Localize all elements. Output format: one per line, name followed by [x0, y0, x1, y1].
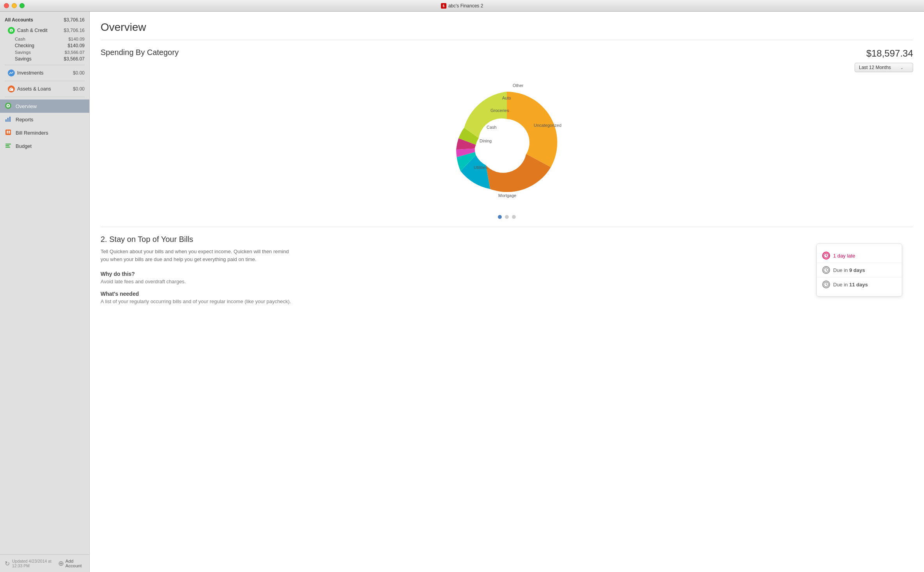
- spending-total: $18,597.34: [866, 48, 913, 59]
- divider-3: [5, 97, 85, 97]
- nav-overview-label: Overview: [16, 103, 37, 109]
- svg-text:$: $: [11, 29, 12, 32]
- sidebar-footer: ↻ Updated 4/23/2014 at 12:33 PM ⊕ Add Ac…: [0, 554, 89, 572]
- page-title: Overview: [101, 21, 913, 34]
- add-account-button[interactable]: ⊕ Add Account: [58, 559, 85, 568]
- label-auto: Auto: [502, 96, 511, 100]
- nav-overview[interactable]: Overview: [0, 99, 89, 113]
- bill-11days-text: Due in 11 days: [833, 282, 868, 288]
- label-dining: Dining: [480, 139, 492, 143]
- assets-loans-amount: $0.00: [73, 86, 85, 92]
- checking-account[interactable]: Checking $140.09: [0, 42, 89, 49]
- pagination-dot-2[interactable]: [505, 215, 509, 219]
- time-range-dropdown[interactable]: Last 12 Months ⌄: [855, 63, 913, 72]
- why-title: Why do this?: [101, 271, 812, 277]
- spending-chart: Other Auto Groceries Cash Dining Utiliti…: [101, 76, 913, 209]
- cash-credit-icon: $: [8, 27, 15, 34]
- overview-icon: [5, 102, 12, 110]
- pagination-dot-1[interactable]: [498, 215, 502, 219]
- chevron-down-icon: ⌄: [900, 66, 903, 70]
- svg-line-31: [826, 284, 827, 285]
- minimize-button[interactable]: [12, 3, 17, 8]
- nav-budget[interactable]: Budget: [0, 139, 89, 153]
- investments-label: Investments: [17, 70, 43, 76]
- soon-clock-icon-1: [822, 266, 830, 274]
- nav-reports[interactable]: Reports: [0, 113, 89, 126]
- label-cash: Cash: [487, 125, 497, 130]
- what-title: What's needed: [101, 291, 812, 297]
- svg-rect-12: [9, 131, 10, 132]
- close-button[interactable]: [4, 3, 9, 8]
- svg-rect-7: [5, 119, 7, 122]
- svg-rect-9: [9, 117, 11, 122]
- bills-title: 2. Stay on Top of Your Bills: [101, 235, 913, 244]
- nav-bill-reminders-label: Bill Reminders: [16, 130, 48, 136]
- sidebar: All Accounts $3,706.16 $ Cash & Credit $…: [0, 12, 90, 572]
- spending-section: Spending By Category $18,597.34 Last 12 …: [101, 48, 913, 219]
- pagination-dot-3[interactable]: [512, 215, 516, 219]
- svg-rect-14: [9, 132, 10, 133]
- bill-reminders-icon: [5, 129, 12, 137]
- spending-title: Spending By Category: [101, 48, 179, 57]
- divider-1: [5, 65, 85, 65]
- title-divider: [101, 40, 913, 40]
- investments-amount: $0.00: [73, 70, 85, 76]
- svg-line-28: [826, 270, 827, 271]
- updated-text: Updated 4/23/2014 at 12:33 PM: [12, 559, 58, 568]
- add-account-label: Add Account: [65, 559, 85, 568]
- time-range-value: Last 12 Months: [859, 65, 891, 70]
- label-mortgage: Mortgage: [498, 193, 516, 198]
- label-uncategorized: Uncategorized: [534, 123, 561, 128]
- svg-rect-17: [5, 147, 10, 148]
- savings-account[interactable]: Savings $3,566.07: [0, 55, 89, 62]
- cash-credit-amount: $3,706.16: [64, 28, 85, 33]
- svg-rect-16: [5, 145, 9, 146]
- svg-rect-2: [9, 89, 13, 91]
- bill-item-9days: Due in 9 days: [817, 263, 902, 277]
- bill-item-11days: Due in 11 days: [817, 277, 902, 291]
- assets-loans-header[interactable]: Assets & Loans $0.00: [0, 83, 89, 94]
- soon-clock-icon-2: [822, 281, 830, 288]
- svg-rect-8: [7, 118, 9, 122]
- what-desc: A list of your regularly occurring bills…: [101, 298, 812, 304]
- cash-credit-label: Cash & Credit: [17, 28, 48, 33]
- chart-pagination: [101, 215, 913, 219]
- label-groceries: Groceries: [490, 108, 509, 113]
- bill-late-text: 1 day late: [833, 253, 855, 259]
- add-icon: ⊕: [58, 559, 64, 568]
- investments-header[interactable]: Investments $0.00: [0, 68, 89, 78]
- svg-rect-10: [5, 130, 11, 135]
- late-clock-icon: [822, 252, 830, 259]
- bill-item-late: 1 day late: [817, 249, 902, 263]
- budget-icon: [5, 142, 12, 150]
- bills-section: 2. Stay on Top of Your Bills Tell Quicke…: [101, 235, 913, 304]
- svg-point-3: [10, 89, 11, 90]
- label-other: Other: [513, 83, 524, 88]
- section-divider-2: [101, 227, 913, 227]
- reports-icon: [5, 115, 12, 123]
- cash-sub-label: Cash $140.09: [0, 36, 89, 42]
- svg-point-6: [7, 105, 9, 107]
- maximize-button[interactable]: [19, 3, 25, 8]
- nav-bill-reminders[interactable]: Bill Reminders: [0, 126, 89, 139]
- savings-sub-label: Savings $3,566.07: [0, 49, 89, 55]
- nav-budget-label: Budget: [16, 143, 32, 149]
- all-accounts-label: All Accounts: [5, 17, 33, 23]
- titlebar: abc's Finances 2: [0, 0, 924, 12]
- svg-rect-15: [5, 144, 11, 145]
- bills-description: Tell Quicken about your bills and when y…: [101, 248, 296, 263]
- svg-line-25: [826, 256, 827, 256]
- nav-reports-label: Reports: [16, 117, 34, 123]
- bill-9days-text: Due in 9 days: [833, 267, 865, 273]
- app-icon: [441, 3, 446, 9]
- window-controls: [4, 3, 25, 8]
- main-content: Overview Spending By Category $18,597.34…: [90, 12, 924, 572]
- cash-credit-section: $ Cash & Credit $3,706.16 Cash $140.09 C…: [0, 25, 89, 62]
- all-accounts-amount: $3,706.16: [64, 17, 85, 23]
- label-utilities: Utilities: [474, 165, 487, 170]
- bills-reminder-panel: 1 day late Due in 9 days: [816, 243, 902, 297]
- all-accounts-header[interactable]: All Accounts $3,706.16: [0, 15, 89, 25]
- bills-visual: 1 day late Due in 9 days: [812, 248, 913, 304]
- refresh-icon[interactable]: ↻: [5, 560, 10, 567]
- cash-credit-header[interactable]: $ Cash & Credit $3,706.16: [0, 25, 89, 36]
